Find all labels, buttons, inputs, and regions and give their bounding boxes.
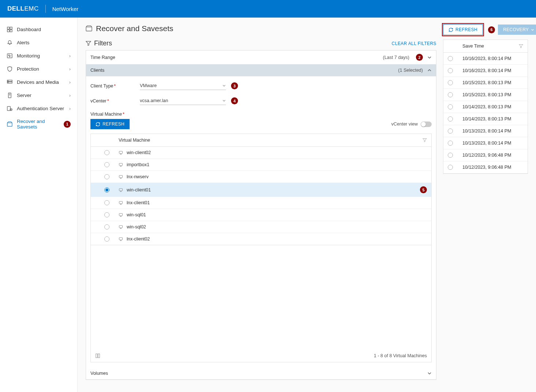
filters-heading: Filters (86, 40, 112, 47)
vm-name: importbox1 (127, 162, 427, 167)
table-row[interactable]: 10/12/2023, 9:06:48 PM (443, 149, 528, 161)
table-row[interactable]: 10/14/2023, 8:00:13 PM (443, 101, 528, 113)
save-radio[interactable] (448, 56, 453, 61)
table-row[interactable]: win-sql01 (91, 209, 431, 221)
svg-rect-2 (7, 30, 9, 32)
sidebar-item-server[interactable]: Server › (0, 89, 77, 102)
save-time-value: 10/12/2023, 9:06:48 PM (462, 165, 523, 170)
sidebar-item-auth[interactable]: Authentication Server › (0, 102, 77, 115)
sidebar-item-label: Monitoring (17, 53, 40, 59)
table-row[interactable]: win-client02 (91, 147, 431, 159)
vm-icon (119, 150, 127, 155)
table-row[interactable]: 10/16/2023, 8:00:14 PM (443, 65, 528, 77)
sidebar-item-protection[interactable]: Protection › (0, 62, 77, 75)
table-row[interactable]: lnx-nwserv (91, 171, 431, 183)
save-time-column-header: Save Time (462, 44, 519, 49)
server-icon (7, 92, 12, 98)
shield-icon (7, 66, 12, 72)
sidebar-item-dashboard[interactable]: Dashboard (0, 23, 77, 36)
save-radio[interactable] (448, 80, 453, 85)
refresh-icon (96, 122, 100, 127)
svg-rect-15 (86, 27, 92, 31)
column-selector-icon[interactable] (95, 353, 100, 358)
chevron-down-icon (222, 84, 226, 87)
filter-icon[interactable] (423, 138, 427, 142)
sidebar-item-alerts[interactable]: Alerts (0, 36, 77, 49)
table-row[interactable]: lnx-client02 (91, 233, 431, 245)
save-radio[interactable] (448, 116, 453, 122)
vm-icon (119, 188, 127, 192)
refresh-vm-button[interactable]: REFRESH (90, 119, 130, 129)
sidebar-item-label: Dashboard (17, 27, 41, 32)
topbar: DELLEMC NetWorker (0, 0, 536, 18)
filter-section-label: Volumes (90, 371, 108, 376)
chevron-right-icon: › (69, 93, 71, 98)
save-radio[interactable] (448, 104, 453, 109)
save-radio[interactable] (448, 128, 453, 134)
table-row[interactable]: 10/12/2023, 9:06:48 PM (443, 161, 528, 173)
save-time-value: 10/14/2023, 8:00:13 PM (462, 116, 523, 122)
filter-section-label: Clients (90, 68, 104, 73)
svg-point-8 (8, 82, 8, 82)
vm-icon (119, 237, 127, 241)
vm-name: lnx-client01 (127, 200, 427, 205)
brand-emc: EMC (24, 5, 38, 12)
vm-radio[interactable] (104, 187, 109, 193)
recovery-button[interactable]: RECOVERY (498, 25, 536, 35)
callout-6: 6 (488, 26, 495, 33)
refresh-button[interactable]: REFRESH (443, 24, 483, 35)
filter-icon[interactable] (519, 44, 523, 48)
vm-table-header: Virtual Machine (91, 134, 431, 147)
filter-clients-head[interactable]: Clients (1 Selected) (86, 64, 436, 76)
recover-icon (7, 121, 12, 127)
refresh-icon (448, 27, 453, 32)
save-time-value: 10/12/2023, 9:06:48 PM (462, 153, 523, 158)
table-row[interactable]: 10/16/2023, 8:00:14 PM (443, 53, 528, 65)
table-row[interactable]: win-sql02 (91, 221, 431, 233)
table-row[interactable]: lnx-client01 (91, 197, 431, 209)
vm-radio[interactable] (104, 150, 109, 155)
table-row[interactable]: 10/13/2023, 8:00:14 PM (443, 137, 528, 149)
sidebar-item-label: Server (17, 93, 31, 98)
save-radio[interactable] (448, 153, 453, 158)
save-time-value: 10/14/2023, 8:00:13 PM (462, 104, 523, 109)
brand-dell: DELL (7, 5, 24, 12)
client-type-select[interactable]: VMware (140, 82, 226, 90)
sidebar-item-label: Alerts (17, 40, 30, 45)
vcenter-view-toggle[interactable] (421, 122, 432, 127)
save-radio[interactable] (448, 92, 453, 97)
vcenter-select[interactable]: vcsa.amer.lan (140, 97, 226, 105)
vm-radio[interactable] (104, 174, 109, 179)
table-row[interactable]: 10/13/2023, 8:00:14 PM (443, 125, 528, 137)
grid-icon (7, 26, 12, 32)
table-row[interactable]: 10/15/2023, 8:00:13 PM (443, 89, 528, 101)
callout-1: 1 (64, 121, 71, 128)
table-row[interactable]: 10/15/2023, 8:00:13 PM (443, 77, 528, 89)
svg-point-7 (8, 81, 8, 81)
sidebar-item-recover[interactable]: Recover and Savesets 1 (0, 115, 77, 133)
save-radio[interactable] (448, 68, 453, 73)
table-row[interactable]: win-client01 5 (91, 183, 431, 197)
vm-radio[interactable] (104, 236, 109, 242)
clear-all-filters-button[interactable]: CLEAR ALL FILTERS (392, 41, 436, 46)
save-time-value: 10/15/2023, 8:00:13 PM (462, 92, 523, 97)
vm-radio[interactable] (104, 212, 109, 217)
page-title-row: Recover and Savesets (86, 24, 436, 33)
sidebar-item-devices[interactable]: Devices and Media › (0, 75, 77, 89)
sidebar-item-monitoring[interactable]: Monitoring › (0, 49, 77, 62)
save-radio[interactable] (448, 141, 453, 146)
table-row[interactable]: importbox1 (91, 159, 431, 171)
vm-name: win-client01 (127, 187, 418, 193)
pulse-icon (7, 53, 12, 59)
vm-radio[interactable] (104, 200, 109, 205)
save-time-value: 10/13/2023, 8:00:14 PM (462, 141, 523, 146)
sidebar-item-label: Recover and Savesets (17, 119, 62, 130)
callout-4: 4 (231, 97, 238, 104)
save-radio[interactable] (448, 165, 453, 170)
vm-radio[interactable] (104, 162, 109, 167)
table-row[interactable]: 10/14/2023, 8:00:13 PM (443, 113, 528, 125)
vm-radio[interactable] (104, 224, 109, 229)
svg-rect-9 (8, 93, 11, 97)
filter-time-range-head[interactable]: Time Range (Last 7 days) 2 (86, 51, 436, 64)
filter-volumes-head[interactable]: Volumes (86, 367, 436, 380)
